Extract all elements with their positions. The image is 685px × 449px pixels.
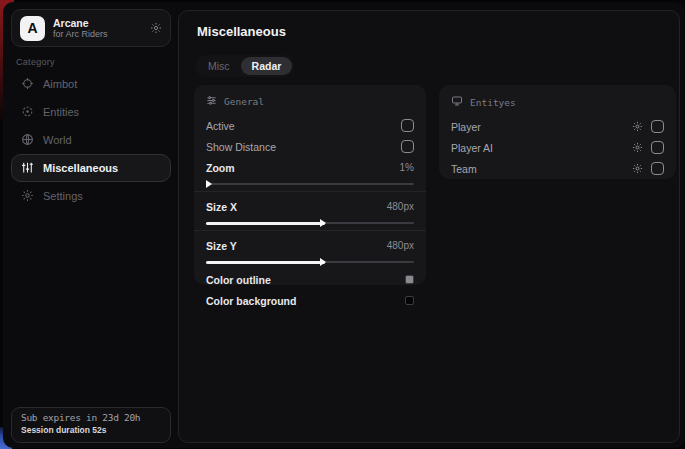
show-distance-row: Show Distance [206,136,414,157]
size-x-row: Size X 480px [206,196,414,217]
color-background-swatch[interactable] [405,296,414,305]
gear-icon[interactable] [632,121,643,132]
team-label: Team [451,163,477,175]
color-outline-label: Color outline [206,274,271,286]
sidebar-item-world[interactable]: World [11,126,171,154]
team-checkbox[interactable] [651,162,664,175]
brand-title: Arcane [53,17,150,29]
show-distance-label: Show Distance [206,141,276,153]
gear-icon[interactable] [150,22,162,34]
tab-misc[interactable]: Misc [197,57,241,75]
session-duration-text: Session duration 52s [21,425,161,435]
size-y-row: Size Y 480px [206,235,414,256]
tab-radar[interactable]: Radar [241,57,293,75]
page-title: Miscellaneous [197,24,286,39]
active-row: Active [206,115,414,136]
brand-logo: A [20,16,45,41]
sidebar-item-label: Aimbot [43,78,77,90]
team-row: Team [451,158,664,179]
sidebar-item-aimbot[interactable]: Aimbot [11,70,171,98]
sliders-horizontal-icon [206,95,217,108]
category-label: Category [16,57,55,67]
player-ai-checkbox[interactable] [651,141,664,154]
color-background-row: Color background [206,290,414,311]
zoom-label: Zoom [206,162,235,174]
zoom-value: 1% [400,162,414,173]
size-x-label: Size X [206,201,237,213]
show-distance-checkbox[interactable] [401,140,414,153]
entities-card-header: Entityes [451,95,664,109]
sidebar-item-miscellaneous[interactable]: Miscellaneous [11,154,171,182]
size-x-value: 480px [387,201,414,212]
gear-icon [21,189,34,204]
crosshair-icon [21,77,34,92]
sidebar-item-label: World [43,134,72,146]
sidebar-item-entities[interactable]: Entities [11,98,171,126]
zoom-slider[interactable] [206,179,414,188]
size-y-value: 480px [387,240,414,251]
sub-expiry-text: Sub expires in 23d 20h [21,412,161,423]
sidebar-item-label: Settings [43,190,83,202]
gear-icon[interactable] [632,142,643,153]
size-y-slider-thumb[interactable] [320,258,326,266]
main-panel: Miscellaneous Misc Radar General [178,10,680,443]
general-card: General Active Show Distance Zoom 1% [194,85,426,285]
divider [194,230,426,231]
color-outline-swatch[interactable] [405,275,414,284]
size-x-slider-thumb[interactable] [320,219,326,227]
color-outline-row: Color outline [206,269,414,290]
globe-icon [21,133,34,148]
player-label: Player [451,121,481,133]
divider [194,191,426,192]
zoom-row: Zoom 1% [206,157,414,178]
player-ai-row: Player AI [451,137,664,158]
sidebar-item-label: Entities [43,106,79,118]
scan-icon [21,105,34,120]
size-x-slider[interactable] [206,218,414,227]
entities-card: Entityes Player Player AI [439,85,676,179]
zoom-slider-thumb[interactable] [206,180,212,188]
size-y-label: Size Y [206,240,237,252]
color-background-label: Color background [206,295,296,307]
brand-subtitle: for Arc Riders [53,29,150,39]
active-label: Active [206,120,235,132]
size-y-slider[interactable] [206,257,414,266]
sliders-icon [21,161,34,176]
tab-bar: Misc Radar [195,55,294,77]
general-card-title: General [224,96,264,107]
active-checkbox[interactable] [401,119,414,132]
sidebar-item-settings[interactable]: Settings [11,182,171,210]
sidebar: A Arcane for Arc Riders Category [3,2,178,448]
general-card-header: General [206,95,414,108]
sidebar-nav: Aimbot Entities [11,70,171,210]
monitor-icon [451,95,463,109]
cheat-menu-window: A Arcane for Arc Riders Category [3,2,685,448]
entities-card-title: Entityes [470,97,516,108]
player-checkbox[interactable] [651,120,664,133]
player-row: Player [451,116,664,137]
player-ai-label: Player AI [451,142,493,154]
sidebar-item-label: Miscellaneous [43,162,118,174]
app-window: A Arcane for Arc Riders Category [0,0,685,449]
session-card: Sub expires in 23d 20h Session duration … [11,407,171,443]
gear-icon[interactable] [632,163,643,174]
brand-card: A Arcane for Arc Riders [11,9,171,47]
